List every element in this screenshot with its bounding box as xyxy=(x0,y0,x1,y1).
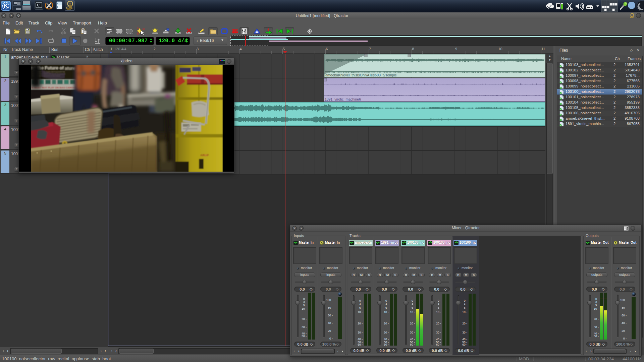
svg-text:c: c xyxy=(62,33,63,35)
svg-text:A: A xyxy=(256,31,258,34)
svg-text:K: K xyxy=(4,3,8,9)
